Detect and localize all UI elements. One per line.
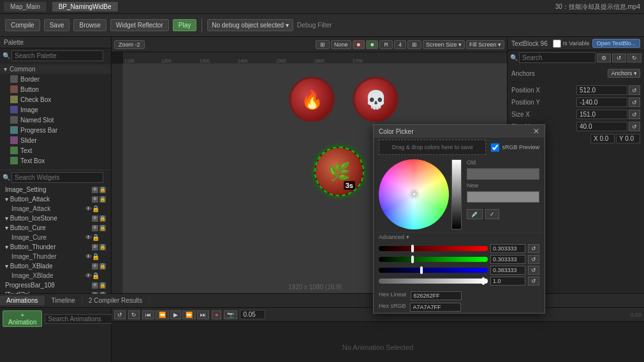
save-button[interactable]: Save [44,19,70,31]
tab-bp-naming[interactable]: BP_NamingWidBe [52,2,119,11]
tab-timeline[interactable]: Timeline [45,296,82,305]
palette-common-header[interactable]: ▾ Common [0,64,111,74]
palette-item-textbox[interactable]: Text Box [0,156,111,166]
blue-reset-btn[interactable]: ↺ [528,266,539,275]
eye-icon-6[interactable]: 👁 [85,234,92,241]
eye-icon-7[interactable]: 👁 [92,244,98,250]
palette-item-image[interactable]: Image [0,105,111,115]
green-value-input[interactable] [490,255,525,264]
lock-icon-10[interactable]: 🔒 [92,272,99,279]
widget-button-icestone[interactable]: ▾ Button_IceStone👁🔒 [0,214,111,223]
alpha-reset-btn[interactable]: ↺ [528,277,539,286]
color-drag-area[interactable]: Drag & drop colors here to save [379,140,486,155]
lock-icon-3[interactable]: 🔒 [92,205,99,212]
eye-icon-3[interactable]: 👁 [85,205,92,212]
skill-icon-1[interactable]: 🔥 [289,76,335,122]
tab-animations[interactable]: Animations [0,296,45,305]
eye-icon-10[interactable]: 👁 [85,272,92,279]
canvas-color-btn[interactable]: ■ [353,40,365,49]
details-undo-btn[interactable]: ↺ [612,54,626,62]
skill-icon-2[interactable]: 💀 [353,76,399,122]
lock-icon-8[interactable]: 🔒 [92,253,99,260]
search-widgets-input[interactable] [11,172,103,183]
tab-map-main[interactable]: Map_Main [4,2,47,11]
tl-prev-btn[interactable]: ⏪ [156,310,169,319]
canvas-color-btn2[interactable]: ■ [366,40,378,49]
srgb-checkbox[interactable] [491,143,499,152]
size-x-input[interactable] [576,110,627,119]
widget-progressbar[interactable]: ProgressBar_108👁🔒 [0,280,111,290]
is-variable-checkbox[interactable] [553,40,561,48]
browse-button[interactable]: Browse [73,19,106,31]
red-reset-btn[interactable]: ↺ [528,244,539,253]
palette-item-checkbox[interactable]: Check Box [0,94,111,105]
palette-item-border[interactable]: Border [0,74,111,84]
alignment-y-input[interactable] [616,134,640,143]
widget-reflector-button[interactable]: Widget Reflector [110,19,169,31]
brightness-slider[interactable] [451,159,462,229]
tl-time-input[interactable] [240,310,265,319]
lock-icon-9[interactable]: 🔒 [99,263,106,270]
widget-button-cure[interactable]: ▾ Button_Cure👁🔒 [0,223,111,233]
eye-icon-4[interactable]: 👁 [92,215,98,222]
hex-srgb-input[interactable] [410,303,461,312]
eye-icon-9[interactable]: 👁 [92,263,98,270]
add-animation-button[interactable]: + Animation [3,310,42,327]
palette-item-text[interactable]: Text [0,145,111,156]
size-y-input[interactable] [576,122,627,131]
position-y-reset[interactable]: ↺ [629,98,640,107]
green-reset-btn[interactable]: ↺ [528,255,539,264]
open-textblock-button[interactable]: Open TextBlo... [592,39,640,48]
eye-icon-8[interactable]: 👁 [85,253,92,260]
eye-icon-11[interactable]: 👁 [92,282,98,289]
new-swatch[interactable] [467,191,539,203]
widget-image-attack[interactable]: Image_Attack👁🔒 [0,204,111,214]
details-redo-btn[interactable]: ↻ [627,54,641,62]
widget-image-setting[interactable]: Image_Setting👁🔒 [0,185,111,194]
anchors-dropdown[interactable]: Anchors ▾ [608,69,640,78]
tl-start-btn[interactable]: ⏮ [142,310,154,319]
widget-button-xblade[interactable]: ▾ Button_XBlade👁🔒 [0,261,111,271]
lock-icon-2[interactable]: 🔒 [99,196,106,203]
color-accept-button[interactable]: ✓ [485,209,499,219]
blue-value-input[interactable] [490,266,525,275]
zoom-level[interactable]: Zoom -2 [114,40,145,49]
fill-screen-dropdown[interactable]: Fill Screen ▾ [466,40,504,49]
widget-image-xblade[interactable]: Image_XBlade👁🔒 [0,271,111,280]
details-search-input[interactable] [519,52,596,63]
alignment-x-input[interactable] [590,134,615,143]
canvas-r-btn[interactable]: R [379,40,393,49]
compile-button[interactable]: Compile [5,19,40,31]
details-settings-btn[interactable]: ⚙ [597,54,611,62]
eyedropper-button[interactable]: 💉 [467,209,483,219]
tl-camera-btn[interactable]: 📷 [224,310,237,319]
size-x-reset[interactable]: ↺ [629,110,640,119]
red-slider[interactable] [379,246,488,251]
color-picker-close[interactable]: ✕ [533,127,539,136]
lock-icon-6[interactable]: 🔒 [92,234,99,241]
widget-image-thunder[interactable]: Image_Thunder👁🔒 [0,252,111,261]
color-wheel[interactable]: ✳ [379,159,449,229]
position-y-input[interactable] [576,98,627,107]
palette-item-named-slot[interactable]: Named Slot [0,115,111,125]
position-x-input[interactable] [576,85,627,95]
widget-image-cure[interactable]: Image_Cure👁🔒 [0,233,111,242]
advanced-toggle[interactable]: Advanced ▾ [374,232,545,242]
eye-icon-5[interactable]: 👁 [92,225,98,231]
tab-compiler-results[interactable]: 2 Compiler Results [82,296,149,305]
position-x-reset[interactable]: ↺ [629,85,640,95]
green-slider[interactable] [379,257,488,262]
lock-icon-4[interactable]: 🔒 [99,215,106,222]
play-button[interactable]: Play [173,19,196,31]
tl-play-btn[interactable]: ▶ [170,310,181,319]
lock-icon-7[interactable]: 🔒 [99,244,106,250]
debug-dropdown[interactable]: No debug object selected ▾ [207,19,293,31]
none-dropdown[interactable]: None [331,40,351,49]
tl-end-btn[interactable]: ⏭ [197,310,209,319]
palette-item-slider[interactable]: Slider [0,135,111,145]
screen-size-dropdown[interactable]: Screen Size ▾ [423,40,465,49]
lock-icon-5[interactable]: 🔒 [99,225,106,231]
eye-icon[interactable]: 👁 [92,187,98,193]
canvas-btn-1[interactable]: ⊞ [316,40,330,49]
palette-search-input[interactable] [11,50,103,61]
